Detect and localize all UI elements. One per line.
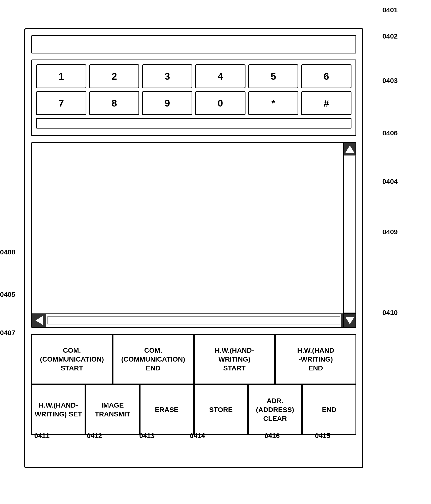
- ref-0407: 0407: [0, 329, 15, 337]
- key-hash[interactable]: #: [301, 91, 351, 115]
- hw-start-button[interactable]: H.W.(HAND- WRITING) START: [194, 334, 275, 384]
- end-button[interactable]: END: [302, 384, 356, 435]
- scroll-left-button[interactable]: [32, 314, 46, 327]
- horizontal-scrollbar[interactable]: [32, 313, 356, 327]
- key-7[interactable]: 7: [36, 91, 86, 115]
- ref-0409: 0409: [382, 228, 398, 236]
- arrow-down-icon: [345, 317, 354, 324]
- hw-set-button[interactable]: H.W.(HAND- WRITING) SET: [31, 384, 85, 435]
- vertical-scrollbar[interactable]: [343, 143, 356, 313]
- key-1[interactable]: 1: [36, 64, 86, 88]
- image-transmit-button[interactable]: IMAGE TRANSMIT: [85, 384, 139, 435]
- ref-0408: 0408: [0, 248, 15, 256]
- adr-clear-button[interactable]: ADR. (ADDRESS) CLEAR: [248, 384, 302, 435]
- ref-0410: 0410: [382, 309, 398, 316]
- key-0[interactable]: 0: [195, 91, 246, 115]
- key-2[interactable]: 2: [89, 64, 139, 88]
- ref-0413: 0413: [139, 432, 155, 440]
- keypad-section: 1 2 3 4 5 6 7 8 9 0 * #: [31, 60, 356, 136]
- ref-0402: 0402: [382, 32, 398, 40]
- erase-button[interactable]: ERASE: [140, 384, 194, 435]
- button-row-bottom: H.W.(HAND- WRITING) SET IMAGE TRANSMIT E…: [31, 384, 356, 435]
- button-row-top: COM. (COMMUNICATION) START COM. (COMMUNI…: [31, 334, 356, 384]
- key-5[interactable]: 5: [248, 64, 299, 88]
- main-panel: 1 2 3 4 5 6 7 8 9 0 * #: [24, 28, 363, 468]
- key-4[interactable]: 4: [195, 64, 246, 88]
- handwriting-area: [31, 142, 356, 328]
- scroll-down-button[interactable]: [343, 313, 356, 327]
- keypad-input-display: [36, 118, 351, 128]
- key-8[interactable]: 8: [89, 91, 139, 115]
- com-start-button[interactable]: COM. (COMMUNICATION) START: [31, 334, 113, 384]
- key-3[interactable]: 3: [142, 64, 193, 88]
- ref-0416: 0416: [265, 432, 280, 440]
- ref-0405: 0405: [0, 290, 15, 298]
- arrow-up-icon: [345, 145, 354, 153]
- hw-end-button[interactable]: H.W.(HAND -WRITING) END: [275, 334, 357, 384]
- ref-0414: 0414: [190, 432, 205, 440]
- ref-0411: 0411: [34, 432, 50, 440]
- display-bar: [31, 35, 356, 54]
- ref-0406: 0406: [382, 129, 398, 137]
- ref-0415: 0415: [315, 432, 330, 440]
- com-end-button[interactable]: COM. (COMMUNICATION) END: [113, 334, 194, 384]
- store-button[interactable]: STORE: [194, 384, 248, 435]
- key-star[interactable]: *: [248, 91, 299, 115]
- ref-0404: 0404: [382, 178, 398, 185]
- ref-0401: 0401: [382, 6, 398, 14]
- vertical-scroll-track[interactable]: [344, 155, 356, 313]
- key-9[interactable]: 9: [142, 91, 193, 115]
- horizontal-scroll-track[interactable]: [47, 316, 340, 324]
- key-6[interactable]: 6: [301, 64, 351, 88]
- scroll-up-button[interactable]: [344, 143, 356, 155]
- ref-0403: 0403: [382, 77, 398, 85]
- arrow-left-icon: [36, 316, 43, 325]
- keypad-grid: 1 2 3 4 5 6 7 8 9 0 * #: [36, 64, 351, 115]
- ref-0412: 0412: [87, 432, 102, 440]
